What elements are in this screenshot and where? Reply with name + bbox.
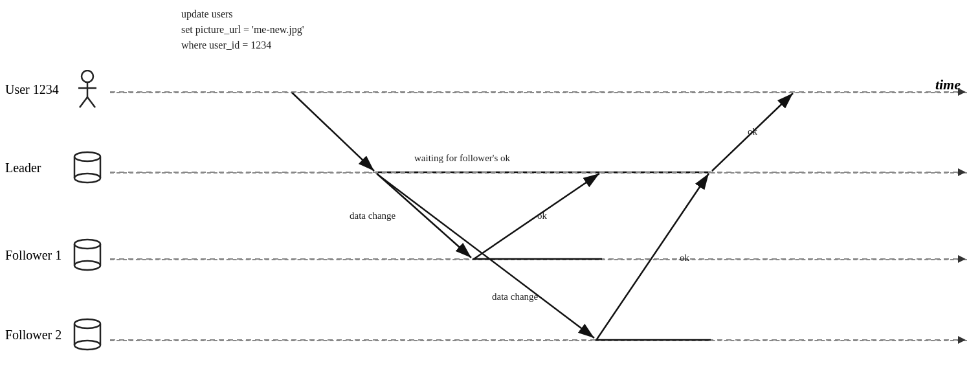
- sql-line2: set picture_url = 'me-new.jpg': [181, 22, 304, 38]
- leader-label: Leader: [0, 161, 65, 175]
- sql-annotation: update users set picture_url = 'me-new.j…: [181, 6, 304, 53]
- follower2-label: Follower 2: [0, 328, 65, 343]
- actor-row-follower2: Follower 2: [0, 317, 110, 353]
- sequence-arrows: [0, 0, 980, 382]
- arrow-follower1-to-leader: [474, 174, 599, 259]
- label-data-change-2: data change: [492, 291, 538, 302]
- time-label: time: [935, 76, 961, 93]
- follower1-icon: [65, 238, 110, 273]
- dashed-line-follower1: [110, 259, 967, 260]
- user-label: User 1234: [0, 82, 65, 97]
- svg-point-12: [74, 261, 100, 270]
- label-ok-user: ok: [748, 126, 757, 137]
- sql-line1: update users: [181, 6, 304, 22]
- label-ok-f1: ok: [537, 210, 547, 221]
- svg-point-5: [74, 152, 100, 161]
- svg-point-16: [74, 341, 100, 350]
- diagram-container: update users set picture_url = 'me-new.j…: [0, 0, 980, 382]
- dashed-line-follower2: [110, 340, 967, 341]
- follower2-icon: [65, 317, 110, 353]
- label-data-change-1: data change: [350, 210, 395, 221]
- svg-point-0: [82, 71, 93, 82]
- svg-point-9: [74, 240, 100, 249]
- leader-icon: [65, 150, 110, 186]
- actor-row-leader: Leader: [0, 150, 110, 186]
- label-ok-f2: ok: [680, 253, 689, 264]
- arrow-leader-to-follower2: [378, 175, 594, 338]
- svg-point-13: [74, 319, 100, 328]
- actor-row-follower1: Follower 1: [0, 238, 110, 273]
- arrow-user-to-leader: [291, 92, 374, 171]
- arrow-follower2-to-leader: [597, 174, 709, 339]
- svg-point-8: [74, 174, 100, 183]
- dashed-line-leader: [110, 172, 967, 174]
- svg-line-4: [87, 97, 95, 107]
- actor-row-user: User 1234: [0, 70, 110, 109]
- follower1-label: Follower 1: [0, 248, 65, 263]
- sql-line3: where user_id = 1234: [181, 38, 304, 53]
- dashed-line-user: [110, 92, 967, 93]
- user-icon: [65, 70, 110, 109]
- svg-line-3: [80, 97, 87, 107]
- label-waiting: waiting for follower's ok: [414, 153, 510, 164]
